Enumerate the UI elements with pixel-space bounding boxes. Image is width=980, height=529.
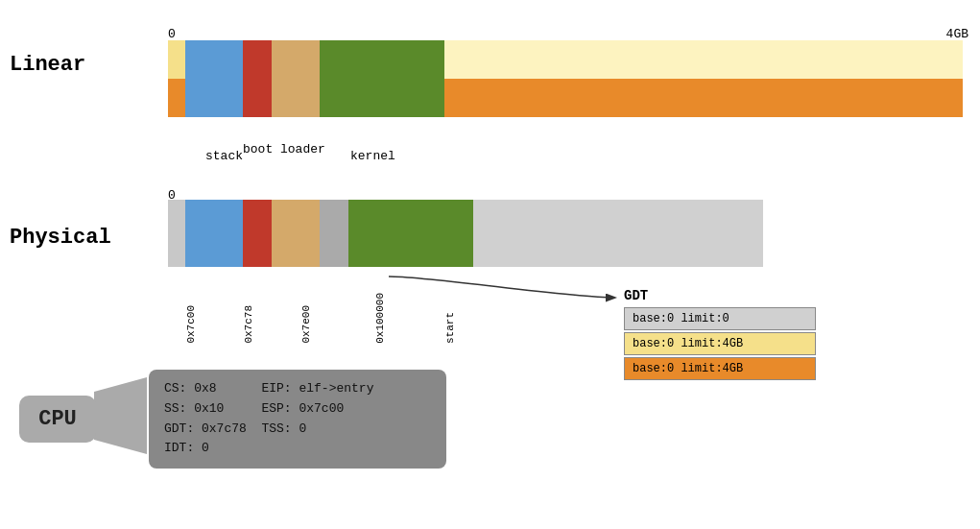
gdt-arrow [374,269,643,326]
physical-bar [168,200,763,267]
cpu-section: CPU CS: 0x8 EIP: elf->entry SS: 0x10 ESP… [19,370,446,469]
pseg-gray1 [168,200,185,267]
pseg-tan [272,200,320,267]
linear-bottom-row [168,79,963,117]
gdt-row-3: base:0 limit:4GB [624,357,816,380]
seg-green-top [320,40,444,79]
seg-blue-bot [185,79,243,117]
gdt-title: GDT [624,288,816,303]
seg-tan-bot [272,79,320,117]
seg-red-top [243,40,272,79]
memory-diagram: Linear 0 4GB stack boot loader kernel Ph… [0,0,980,529]
label-bootloader: boot loader [243,142,325,156]
gdt-row-2: base:0 limit:4GB [624,332,816,355]
seg-green-bot [320,79,444,117]
seg-tan-top [272,40,320,79]
pseg-gray2 [320,200,348,267]
seg-yellow-top [168,40,185,79]
pseg-lgray [473,200,763,267]
linear-label: Linear [10,53,85,77]
cpu-label: CPU [19,396,96,443]
linear-top-row [168,40,963,79]
seg-blue-top [185,40,243,79]
pseg-green [348,200,473,267]
label-stack: stack [205,149,243,163]
cpu-register-box: CS: 0x8 EIP: elf->entry SS: 0x10 ESP: 0x… [149,370,446,469]
gdt-row-1: base:0 limit:0 [624,307,816,330]
seg-red-bot [243,79,272,117]
physical-label: Physical [10,226,111,250]
addr-7c00: 0x7c00 [185,305,197,344]
label-kernel: kernel [350,149,395,163]
linear-bar [168,40,963,117]
addr-zero-label: 0 [168,27,176,41]
addr-4gb-label: 4GB [946,27,968,41]
physical-bar-row [168,200,763,267]
pseg-blue [185,200,243,267]
seg-orange-bot2 [444,79,963,117]
addr-7c78: 0x7c78 [243,305,254,344]
seg-orange-bot1 [168,79,185,117]
seg-lightyellow-top [444,40,963,79]
gdt-container: GDT base:0 limit:0 base:0 limit:4GB base… [624,288,816,382]
addr-7e00: 0x7e00 [300,305,312,344]
pseg-red [243,200,272,267]
